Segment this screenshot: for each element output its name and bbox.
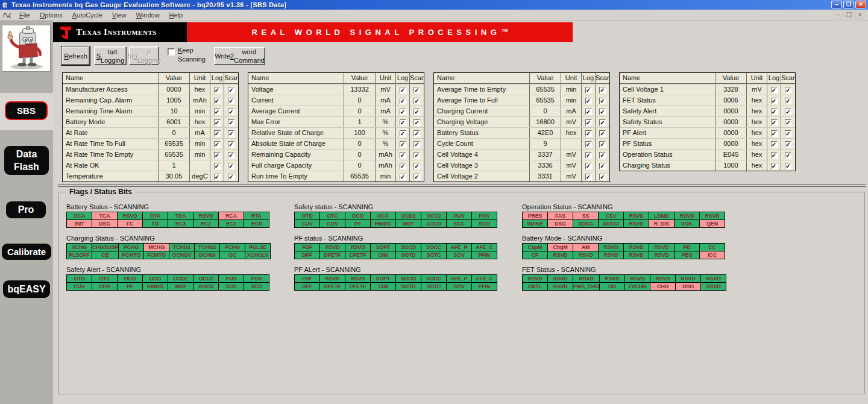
log-checkbox[interactable]: ✓ (771, 141, 778, 148)
log-checkbox[interactable]: ✓ (214, 87, 221, 93)
scan-checkbox[interactable]: ✓ (414, 152, 420, 159)
scan-checkbox[interactable]: ✓ (228, 119, 234, 126)
sidebar-item-bqeasy[interactable]: bqEASY (3, 280, 50, 298)
start-logging-button[interactable]: Start Logging (94, 46, 127, 65)
log-checkbox[interactable]: ✓ (214, 141, 221, 148)
log-checkbox[interactable]: ✓ (400, 163, 406, 169)
log-checkbox[interactable]: ✓ (214, 174, 221, 180)
menu-options[interactable]: Options (35, 11, 68, 19)
log-checkbox[interactable]: ✓ (400, 98, 406, 104)
log-checkbox[interactable]: ✓ (400, 109, 406, 115)
log-checkbox[interactable]: ✓ (400, 130, 406, 137)
maximize-button[interactable]: ❐ (843, 1, 854, 8)
log-checkbox[interactable]: ✓ (400, 141, 406, 148)
scan-checkbox[interactable]: ✓ (785, 119, 791, 126)
scan-checkbox[interactable]: ✓ (228, 152, 234, 159)
scan-checkbox[interactable]: ✓ (228, 174, 234, 180)
scan-checkbox[interactable]: ✓ (785, 141, 791, 148)
log-checkbox[interactable]: ✓ (214, 130, 221, 137)
log-checkbox[interactable]: ✓ (771, 98, 778, 104)
scan-checkbox[interactable]: ✓ (599, 163, 606, 169)
menu-view[interactable]: View (107, 11, 131, 19)
sidebar-item-sbs[interactable]: SBS (5, 101, 48, 120)
flag-cell: SOV (447, 251, 472, 259)
row-value: 100 (344, 128, 375, 138)
scan-checkbox[interactable]: ✓ (414, 109, 420, 115)
log-checkbox[interactable]: ✓ (585, 109, 592, 115)
log-checkbox[interactable]: ✓ (400, 152, 406, 159)
close-button[interactable]: ✕ (855, 1, 866, 8)
scan-checkbox[interactable]: ✓ (414, 141, 420, 148)
log-checkbox[interactable]: ✓ (214, 163, 221, 169)
stop-logging-button[interactable]: Stop Logging (129, 46, 159, 65)
flag-cell: SOTD (396, 283, 421, 291)
scan-checkbox[interactable]: ✓ (228, 98, 234, 104)
scan-checkbox[interactable]: ✓ (599, 119, 606, 126)
scan-checkbox[interactable]: ✓ (228, 87, 234, 93)
log-checkbox[interactable]: ✓ (585, 130, 592, 137)
flag-cell: RSVD (600, 275, 625, 283)
mdi-close-button[interactable]: ✕ (855, 11, 864, 19)
log-checkbox[interactable]: ✓ (214, 98, 221, 104)
sidebar-item-pro[interactable]: Pro (6, 201, 46, 218)
scan-checkbox[interactable]: ✓ (599, 130, 606, 137)
menu-autocycle[interactable]: AutoCycle (68, 11, 107, 19)
scan-checkbox[interactable]: ✓ (228, 163, 234, 169)
log-checkbox[interactable]: ✓ (771, 152, 778, 159)
flag-cell: OD (600, 283, 625, 291)
log-checkbox[interactable]: ✓ (214, 109, 221, 115)
scan-checkbox[interactable]: ✓ (599, 87, 606, 93)
log-checkbox[interactable]: ✓ (771, 109, 778, 115)
log-checkbox[interactable]: ✓ (400, 174, 406, 180)
scan-checkbox[interactable]: ✓ (785, 152, 791, 159)
scan-checkbox[interactable]: ✓ (414, 163, 420, 169)
row-value: 65535 (158, 150, 189, 160)
log-checkbox[interactable]: ✓ (585, 141, 592, 148)
flag-cell: AOCD (421, 220, 447, 228)
scan-checkbox[interactable]: ✓ (785, 87, 791, 93)
minimize-button[interactable]: – (831, 1, 842, 8)
scan-checkbox[interactable]: ✓ (785, 98, 791, 104)
menu-file[interactable]: File (14, 11, 35, 19)
log-checkbox[interactable]: ✓ (771, 130, 778, 137)
flag-cell: SOCC (421, 244, 447, 251)
sidebar-item-data-flash[interactable]: Data Flash (4, 146, 49, 175)
scan-checkbox[interactable]: ✓ (599, 152, 606, 159)
scan-checkbox[interactable]: ✓ (414, 98, 420, 104)
log-checkbox[interactable]: ✓ (400, 119, 406, 126)
scan-checkbox[interactable]: ✓ (414, 174, 420, 180)
write-2-word-command-button[interactable]: Write 2 word Command (214, 47, 265, 65)
log-checkbox[interactable]: ✓ (214, 119, 221, 126)
log-checkbox[interactable]: ✓ (771, 119, 778, 126)
log-checkbox[interactable]: ✓ (771, 163, 778, 169)
refresh-button[interactable]: Refresh (61, 46, 90, 65)
menu-window[interactable]: Window (131, 11, 164, 19)
scan-checkbox[interactable]: ✓ (414, 119, 420, 126)
log-checkbox[interactable]: ✓ (585, 152, 592, 159)
scan-checkbox[interactable]: ✓ (228, 109, 234, 115)
scan-checkbox[interactable]: ✓ (228, 130, 234, 137)
log-checkbox[interactable]: ✓ (400, 87, 406, 93)
log-checkbox[interactable]: ✓ (585, 163, 592, 169)
scan-checkbox[interactable]: ✓ (599, 109, 606, 115)
log-checkbox[interactable]: ✓ (585, 87, 592, 93)
scan-checkbox[interactable]: ✓ (414, 130, 420, 137)
scan-checkbox[interactable]: ✓ (599, 141, 606, 148)
scan-checkbox[interactable]: ✓ (228, 141, 234, 148)
scan-checkbox[interactable]: ✓ (414, 87, 420, 93)
log-checkbox[interactable]: ✓ (771, 87, 778, 93)
log-checkbox[interactable]: ✓ (585, 98, 592, 104)
mdi-restore-button[interactable]: ❐ (844, 11, 854, 19)
log-checkbox[interactable]: ✓ (214, 152, 221, 159)
scan-checkbox[interactable]: ✓ (785, 109, 791, 115)
menu-help[interactable]: Help (165, 11, 188, 19)
mdi-minimize-button[interactable]: – (834, 11, 843, 19)
scan-checkbox[interactable]: ✓ (599, 98, 606, 104)
keep-scanning-checkbox[interactable] (168, 48, 175, 55)
scan-checkbox[interactable]: ✓ (599, 174, 606, 180)
log-checkbox[interactable]: ✓ (585, 174, 592, 180)
log-checkbox[interactable]: ✓ (585, 119, 592, 126)
scan-checkbox[interactable]: ✓ (785, 130, 791, 137)
sidebar-item-calibrate[interactable]: Calibrate (2, 244, 51, 260)
scan-checkbox[interactable]: ✓ (785, 163, 791, 169)
